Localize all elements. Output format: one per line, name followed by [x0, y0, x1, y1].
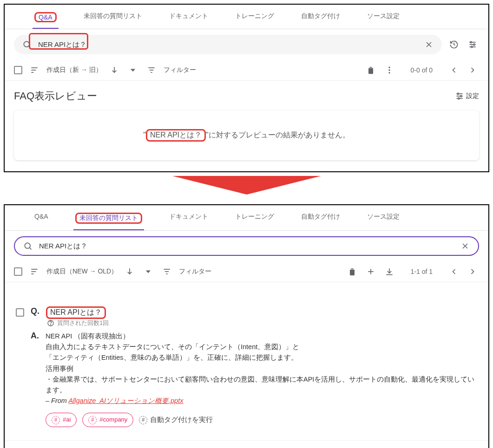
bottom-search-input[interactable] — [39, 242, 454, 250]
svg-point-0 — [24, 41, 29, 47]
tab-unanswered[interactable]: 未回答の質問リスト — [82, 9, 144, 29]
tab-qa[interactable]: Q&A — [33, 9, 59, 29]
svg-point-7 — [470, 41, 472, 43]
delete-icon[interactable] — [346, 265, 359, 278]
tab-source-b[interactable]: ソース設定 — [365, 210, 401, 230]
sort-direction-icon[interactable] — [108, 64, 121, 77]
help-icon — [47, 319, 54, 327]
answer-line: ・金融業界では、サポートセンターにおいて顧客問い合わせの意図、意味理解に本API… — [46, 374, 477, 396]
history-icon[interactable] — [447, 38, 460, 51]
sort-dropdown-icon[interactable] — [142, 265, 155, 278]
clear-icon[interactable] — [422, 38, 435, 51]
filter-label[interactable]: フィルター — [179, 267, 211, 276]
prev-page-icon[interactable] — [447, 265, 460, 278]
top-toolbar: 作成日（新 → 旧） フィルター 0-0 of 0 — [5, 60, 488, 81]
svg-line-1 — [29, 46, 31, 48]
svg-point-25 — [460, 95, 462, 97]
sort-label[interactable]: 作成日（NEW → OLD） — [46, 267, 118, 276]
settings-tune-icon[interactable] — [453, 90, 466, 103]
tab-unanswered-b[interactable]: 未回答の質問リスト — [73, 210, 144, 230]
sort-dropdown-icon[interactable] — [126, 64, 139, 77]
svg-point-18 — [388, 67, 390, 68]
next-page-icon[interactable] — [466, 265, 479, 278]
tune-icon[interactable] — [466, 38, 479, 51]
filter-icon[interactable] — [160, 265, 173, 278]
select-all-checkbox[interactable] — [14, 267, 22, 276]
result-item: Q. NER APIとは？ 質問された回数1回 A. NER API （固有表現… — [5, 296, 488, 441]
from-prefix: – From — [46, 397, 68, 404]
tab-autotag[interactable]: 自動タグ付け — [299, 9, 342, 29]
svg-marker-14 — [131, 69, 135, 72]
source-link[interactable]: Allganize_AIソリューション概要.pptx — [68, 397, 183, 404]
tab-document[interactable]: ドキュメント — [167, 9, 210, 29]
svg-point-8 — [473, 44, 475, 45]
bottom-searchbox[interactable] — [14, 236, 479, 256]
review-title: FAQ表示レビュー — [14, 89, 97, 103]
filter-icon[interactable] — [145, 64, 158, 77]
tab-qa-label: Q&A — [34, 12, 57, 22]
clear-icon[interactable] — [459, 240, 472, 253]
bottom-panel: Q&A 未回答の質問リスト ドキュメント トレーニング 自動タグ付け ソース設定… — [4, 204, 489, 448]
sort-icon[interactable] — [28, 265, 41, 278]
hash-icon: # — [52, 416, 60, 424]
svg-line-28 — [30, 248, 32, 250]
down-arrow-icon — [172, 176, 321, 195]
settings-label[interactable]: 設定 — [466, 92, 479, 100]
tag-text: #ai — [63, 415, 71, 425]
tab-autotag-b[interactable]: 自動タグ付け — [299, 210, 342, 230]
top-search-input[interactable] — [38, 41, 418, 49]
answer-line: 活用事例 — [46, 364, 477, 374]
svg-point-44 — [50, 325, 51, 325]
delete-icon[interactable] — [364, 64, 377, 77]
asked-count: 質問された回数1回 — [57, 319, 109, 327]
tab-unanswered-label: 未回答の質問リスト — [75, 213, 142, 224]
transition-arrow — [4, 172, 489, 204]
svg-marker-35 — [146, 271, 151, 273]
add-icon[interactable] — [364, 265, 377, 278]
question-text: NER APIとは？ — [46, 306, 106, 319]
download-icon[interactable] — [383, 265, 396, 278]
a-label: A. — [31, 331, 39, 427]
tag-ai[interactable]: ##ai — [46, 413, 77, 427]
more-icon[interactable] — [383, 64, 396, 77]
select-all-checkbox[interactable] — [14, 66, 22, 74]
preview-suffix: "に対するプレビューの結果がありません。 — [206, 131, 350, 139]
bottom-search-row — [5, 231, 488, 261]
preview-query: NER APIとは？ — [146, 129, 206, 142]
tab-document-b[interactable]: ドキュメント — [167, 210, 210, 230]
answer-line: NER API （固有表現抽出） — [46, 331, 477, 342]
svg-point-27 — [25, 243, 30, 248]
svg-point-24 — [457, 93, 459, 94]
sort-direction-icon[interactable] — [123, 265, 136, 278]
tab-training-b[interactable]: トレーニング — [233, 210, 276, 230]
search-icon — [21, 240, 34, 253]
sort-label[interactable]: 作成日（新 → 旧） — [46, 66, 102, 74]
bottom-tabs: Q&A 未回答の質問リスト ドキュメント トレーニング 自動タグ付け ソース設定 — [5, 205, 488, 231]
tab-training[interactable]: トレーニング — [233, 9, 276, 29]
q-label: Q. — [31, 306, 39, 327]
tag-text: #company — [99, 415, 127, 425]
top-panel: Q&A 未回答の質問リスト ドキュメント トレーニング 自動タグ付け ソース設定… — [4, 4, 489, 172]
answer-line: 自由入力によるテキストデータについて、その「インテント（Intent、意図）」と — [46, 342, 477, 352]
tab-qa-b[interactable]: Q&A — [33, 210, 50, 230]
top-tabs: Q&A 未回答の質問リスト ドキュメント トレーニング 自動タグ付け ソース設定 — [5, 5, 488, 29]
sort-icon[interactable] — [28, 64, 41, 77]
prev-page-icon[interactable] — [447, 64, 460, 77]
tag-company[interactable]: ##company — [82, 413, 133, 427]
svg-point-26 — [458, 97, 460, 99]
result-checkbox[interactable] — [16, 308, 24, 317]
pager-text: 0-0 of 0 — [411, 66, 433, 74]
pager-text: 1-1 of 1 — [411, 268, 433, 275]
autotag-label: 自動タグ付けを実行 — [150, 415, 213, 425]
hash-icon: # — [88, 416, 97, 424]
bottom-toolbar: 作成日（NEW → OLD） フィルター 1-1 of 1 — [5, 261, 488, 282]
filter-label[interactable]: フィルター — [164, 66, 196, 74]
tag-row: ##ai ##company #自動タグ付けを実行 — [46, 413, 477, 427]
run-autotag[interactable]: #自動タグ付けを実行 — [139, 415, 213, 425]
svg-point-9 — [471, 46, 473, 47]
top-search-row — [5, 29, 488, 60]
next-page-icon[interactable] — [466, 64, 479, 77]
preview-empty-card: "NER APIとは？"に対するプレビューの結果がありません。 — [14, 110, 479, 160]
top-searchbox[interactable] — [14, 35, 442, 54]
tab-source[interactable]: ソース設定 — [365, 9, 401, 29]
